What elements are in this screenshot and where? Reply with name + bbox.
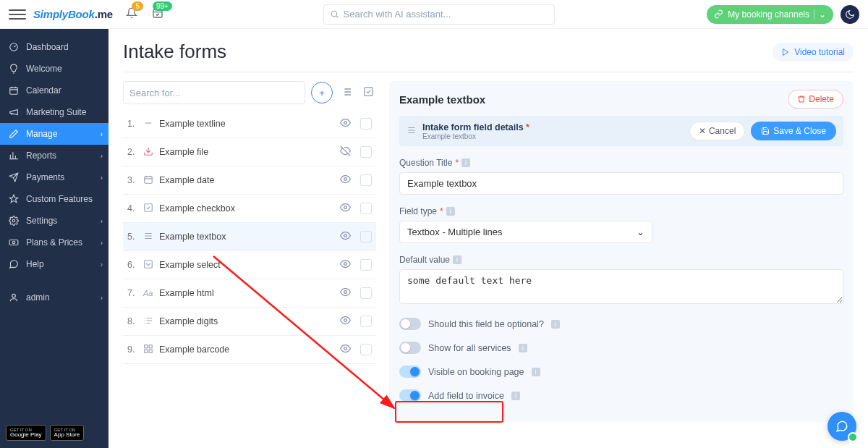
list-item-checkbox[interactable] <box>360 344 372 355</box>
visibility-icon[interactable] <box>340 258 356 271</box>
visibility-icon[interactable] <box>340 315 356 328</box>
field-list-item[interactable]: 1. Example textline <box>123 110 376 138</box>
sidebar-item-calendar[interactable]: Calendar <box>0 80 109 101</box>
sidebar-item-help[interactable]: Help› <box>0 253 109 275</box>
sidebar-item-admin[interactable]: admin› <box>0 287 109 308</box>
sidebar-item-plans[interactable]: Plans & Prices› <box>0 232 109 253</box>
list-item-checkbox[interactable] <box>360 316 372 327</box>
toggle-all-services[interactable] <box>399 342 421 354</box>
sidebar-item-welcome[interactable]: Welcome <box>0 58 109 80</box>
booking-channels-button[interactable]: My booking channels ⌄ <box>707 5 833 24</box>
svg-rect-20 <box>145 345 148 347</box>
info-icon[interactable]: i <box>453 255 461 264</box>
info-icon[interactable]: i <box>461 159 470 167</box>
fields-search[interactable]: Search for... <box>123 81 305 104</box>
list-item-number: 4. <box>127 203 143 214</box>
list-view-icon[interactable] <box>339 86 354 100</box>
list-item-checkbox[interactable] <box>360 118 372 130</box>
visibility-icon[interactable] <box>340 174 356 187</box>
chat-fab[interactable] <box>827 412 856 441</box>
list-item-label: Example barcode <box>159 345 340 355</box>
save-icon <box>761 127 770 135</box>
add-field-button[interactable]: + <box>311 82 333 103</box>
visibility-icon[interactable] <box>340 343 356 356</box>
info-icon[interactable]: i <box>446 207 455 216</box>
svg-point-19 <box>344 319 347 322</box>
field-list-item[interactable]: 6. Example select <box>123 251 376 279</box>
info-icon[interactable]: i <box>511 392 520 400</box>
app-store-badge[interactable]: GET IT ONApp Store <box>50 425 85 441</box>
sidebar-item-marketing[interactable]: Marketing Suite <box>0 101 109 123</box>
question-title-input[interactable] <box>399 172 843 195</box>
list-item-number: 8. <box>127 316 143 326</box>
list-item-checkbox[interactable] <box>360 146 372 158</box>
info-icon[interactable]: i <box>551 320 560 329</box>
select-all-icon[interactable] <box>360 86 376 99</box>
svg-point-10 <box>344 122 347 124</box>
list-item-checkbox[interactable] <box>360 259 372 271</box>
info-icon[interactable]: i <box>519 344 527 352</box>
money-icon <box>9 237 19 248</box>
field-list-item[interactable]: 8. Example digits <box>123 308 376 336</box>
calendar-icon <box>9 85 19 96</box>
visibility-icon[interactable] <box>340 202 356 215</box>
sidebar-item-manage[interactable]: Manage› <box>0 123 109 145</box>
visibility-icon[interactable] <box>340 287 356 300</box>
chevron-right-icon: › <box>101 152 103 160</box>
logo[interactable]: SimplyBook.me <box>33 8 113 20</box>
field-list-item[interactable]: 7. Aa Example html <box>123 279 376 308</box>
field-list-item[interactable]: 3. Example date <box>123 166 376 195</box>
toggle-optional[interactable] <box>399 318 421 330</box>
field-list-item[interactable]: 9. Example barcode <box>123 336 376 364</box>
svg-point-1 <box>331 11 337 17</box>
list-item-checkbox[interactable] <box>360 174 372 186</box>
chat-icon <box>835 420 848 433</box>
delete-button[interactable]: Delete <box>788 90 843 109</box>
theme-toggle[interactable] <box>841 5 859 24</box>
list-item-number: 6. <box>127 260 143 270</box>
field-type-icon <box>143 231 159 243</box>
svg-rect-16 <box>145 260 153 268</box>
list-item-checkbox[interactable] <box>360 203 372 214</box>
calendar-check-icon[interactable]: 99+ <box>152 7 163 21</box>
list-item-checkbox[interactable] <box>360 231 372 242</box>
bell-icon[interactable]: 5 <box>126 7 137 21</box>
info-icon[interactable]: i <box>532 368 540 376</box>
sidebar-item-payments[interactable]: Payments› <box>0 166 109 188</box>
svg-marker-8 <box>783 48 788 55</box>
video-tutorial-button[interactable]: Video tutorial <box>773 43 854 62</box>
field-list-item[interactable]: 5. Example textbox <box>123 223 376 251</box>
cancel-button[interactable]: ✕Cancel <box>689 122 745 140</box>
user-icon <box>9 292 19 303</box>
visibility-icon[interactable] <box>340 230 356 243</box>
toggle-add-to-invoice[interactable] <box>399 389 421 402</box>
svg-rect-23 <box>149 350 152 352</box>
list-item-label: Example digits <box>159 316 340 326</box>
chevron-down-icon: ⌄ <box>814 9 826 20</box>
sidebar-item-reports[interactable]: Reports› <box>0 145 109 166</box>
visibility-icon[interactable] <box>340 145 356 159</box>
page-title: Intake forms <box>123 41 226 63</box>
svg-point-15 <box>344 234 347 237</box>
global-search[interactable]: Search with AI assistant... <box>323 4 555 25</box>
chevron-right-icon: › <box>101 174 103 182</box>
svg-point-12 <box>344 178 347 181</box>
default-value-input[interactable] <box>399 269 843 304</box>
toggle-visible-booking[interactable] <box>399 365 421 378</box>
sidebar-item-dashboard[interactable]: Dashboard <box>0 36 109 58</box>
chevron-down-icon: ⌄ <box>637 227 644 237</box>
visibility-icon[interactable] <box>340 117 356 130</box>
field-list-item[interactable]: 4. Example checkbox <box>123 195 376 223</box>
sidebar-item-features[interactable]: Custom Features <box>0 188 109 210</box>
list-item-checkbox[interactable] <box>360 287 372 299</box>
list-item-label: Example date <box>159 175 340 185</box>
field-list-item[interactable]: 2. Example file <box>123 138 376 166</box>
google-play-badge[interactable]: GET IT ONGoogle Play <box>6 425 46 441</box>
svg-rect-13 <box>145 203 153 211</box>
chevron-right-icon: › <box>101 217 103 225</box>
svg-rect-5 <box>9 240 18 245</box>
sidebar-item-settings[interactable]: Settings› <box>0 210 109 232</box>
field-type-select[interactable]: Textbox - Multiple lines⌄ <box>399 221 652 243</box>
hamburger-menu[interactable] <box>9 6 26 23</box>
save-button[interactable]: Save & Close <box>751 122 836 140</box>
